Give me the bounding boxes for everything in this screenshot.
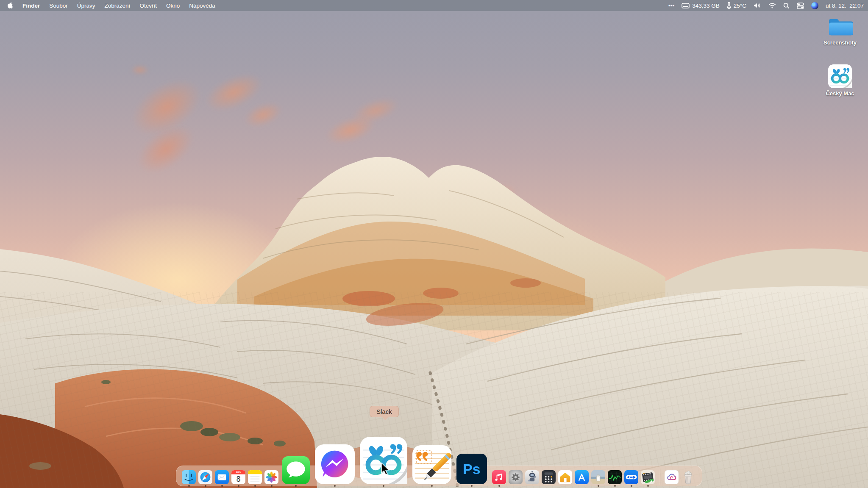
disk-icon <box>682 3 690 8</box>
menu-item-zobrazeni[interactable]: Zobrazení <box>105 3 131 9</box>
dock-divider <box>660 469 660 485</box>
cesky-mac-icon <box>828 64 852 88</box>
menu-item-soubor[interactable]: Soubor <box>49 3 68 9</box>
dock-item-home[interactable] <box>558 470 572 488</box>
menu-item-otevrit[interactable]: Otevřít <box>139 3 157 9</box>
svg-text:8: 8 <box>236 475 241 483</box>
dock-item-calculator[interactable] <box>542 470 556 488</box>
dock-item-finder[interactable] <box>182 470 196 488</box>
menu-item-napoveda[interactable]: Nápověda <box>189 3 215 9</box>
menu-extra-overflow[interactable]: ••• <box>668 3 674 9</box>
apple-menu-icon[interactable] <box>7 2 13 9</box>
disk-status[interactable]: 343,33 GB <box>682 3 720 9</box>
photoshop-icon: Ps <box>456 454 487 484</box>
pen-writer-icon <box>412 445 451 484</box>
slack-custom-icon <box>360 437 407 484</box>
finder-icon <box>182 470 196 484</box>
wifi-icon[interactable] <box>768 3 776 8</box>
mouse-cursor <box>380 463 391 475</box>
menu-item-finder[interactable]: Finder <box>22 3 40 9</box>
dock-item-activity-monitor[interactable] <box>608 470 622 488</box>
cloud-app-icon <box>665 470 679 484</box>
safari-icon <box>198 470 212 484</box>
temperature-status[interactable]: 25°C <box>727 2 746 9</box>
dock-item-automator[interactable] <box>525 470 539 488</box>
dock-item-cloud-app[interactable] <box>665 470 679 488</box>
dock-item-system-settings[interactable] <box>509 470 523 488</box>
dock-item-photoshop[interactable]: Ps <box>456 454 487 488</box>
menu-item-okno[interactable]: Okno <box>166 3 180 9</box>
photos-icon <box>264 470 278 484</box>
messages-icon <box>282 456 310 484</box>
dock-item-photo-viewer[interactable] <box>591 470 605 488</box>
dock-item-mail[interactable] <box>215 470 229 488</box>
dock-item-pen-writer[interactable] <box>412 445 451 488</box>
svg-text:PRO: PRO <box>236 471 241 474</box>
menu-bar: Finder Soubor Úpravy Zobrazení Otevřít O… <box>0 0 868 11</box>
automator-robot-icon <box>525 470 539 484</box>
notes-icon <box>248 470 262 484</box>
mail-icon <box>215 470 229 484</box>
menu-item-upravy[interactable]: Úpravy <box>77 3 95 9</box>
spotlight-search-icon[interactable] <box>783 3 790 9</box>
settings-gear-icon <box>509 470 523 484</box>
dock-item-video-converter[interactable] <box>641 470 655 488</box>
dock-item-app-store[interactable] <box>575 470 589 488</box>
messenger-icon <box>315 444 355 484</box>
calendar-icon: PRO 8 <box>231 470 245 484</box>
temperature-label: 25°C <box>734 3 746 9</box>
desktop-icon-cesky-mac[interactable]: Český Mac <box>815 64 865 97</box>
dock: PRO 8 <box>176 424 702 488</box>
desktop-icon-label: Český Mac <box>826 90 854 97</box>
volume-icon[interactable] <box>754 3 761 8</box>
activity-monitor-icon <box>608 470 622 484</box>
teamviewer-icon <box>624 470 638 484</box>
disk-space-label: 343,33 GB <box>692 3 720 9</box>
dock-item-notes[interactable] <box>248 470 262 488</box>
dock-item-trash[interactable] <box>681 470 695 488</box>
video-converter-icon <box>641 470 655 484</box>
wallpaper-landscape <box>0 0 868 488</box>
control-center-icon[interactable] <box>797 3 804 9</box>
dock-item-messages[interactable] <box>282 456 310 488</box>
music-icon <box>492 470 506 484</box>
dock-item-photos[interactable] <box>264 470 278 488</box>
dock-item-calendar[interactable]: PRO 8 <box>231 470 245 488</box>
app-store-icon <box>575 470 589 484</box>
svg-text:Ps: Ps <box>463 461 480 477</box>
home-icon <box>558 470 572 484</box>
trash-icon <box>681 470 695 484</box>
dock-item-safari[interactable] <box>198 470 212 488</box>
dock-item-teamviewer[interactable] <box>624 470 638 488</box>
thermometer-icon <box>727 2 731 9</box>
desktop-icon-screenshoty[interactable]: Screenshoty <box>815 16 865 46</box>
dock-item-music[interactable] <box>492 470 506 488</box>
dock-tooltip: Slack <box>370 406 399 417</box>
desktop-icon-label: Screenshoty <box>823 39 857 46</box>
menubar-clock[interactable]: út 8. 12. 22:07 <box>826 3 864 9</box>
dock-item-messenger[interactable] <box>315 444 355 488</box>
photo-jar-icon <box>591 470 605 484</box>
folder-icon <box>827 16 853 37</box>
siri-icon[interactable] <box>811 2 818 9</box>
desktop: Finder Soubor Úpravy Zobrazení Otevřít O… <box>0 0 868 488</box>
calculator-icon <box>542 470 556 484</box>
